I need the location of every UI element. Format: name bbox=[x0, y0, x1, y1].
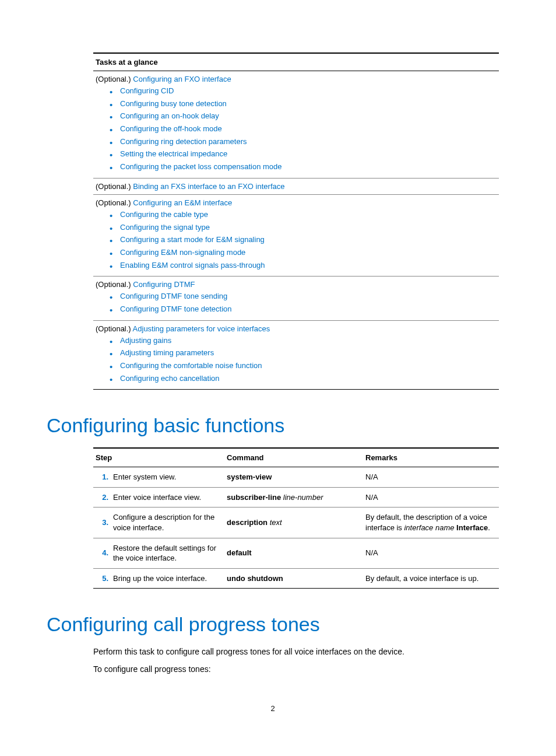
link-ring-detection[interactable]: Configuring ring detection parameters bbox=[120, 137, 247, 146]
link-electrical-impedance[interactable]: Setting the electrical impedance bbox=[120, 149, 227, 158]
tasks-header: Tasks at a glance bbox=[93, 53, 499, 71]
link-em-interface[interactable]: Configuring an E&M interface bbox=[133, 198, 232, 207]
link-dtmf-detection[interactable]: Configuring DTMF tone detection bbox=[120, 304, 231, 313]
link-adjusting-gains[interactable]: Adjusting gains bbox=[120, 336, 171, 345]
col-step: Step bbox=[93, 448, 224, 467]
col-command: Command bbox=[224, 448, 363, 467]
step-remarks: N/A bbox=[363, 467, 499, 488]
step-desc: Bring up the voice interface. bbox=[111, 568, 224, 589]
paragraph-lead: To configure call progress tones: bbox=[93, 664, 499, 676]
link-off-hook-mode[interactable]: Configuring the off-hook mode bbox=[120, 124, 222, 133]
col-remarks: Remarks bbox=[363, 448, 499, 467]
step-number: 5. bbox=[93, 568, 111, 589]
link-on-hook-delay[interactable]: Configuring an on-hook delay bbox=[120, 111, 219, 120]
table-row: 5. Bring up the voice interface. undo sh… bbox=[93, 568, 499, 589]
step-desc: Restore the default settings for the voi… bbox=[111, 538, 224, 568]
optional-label: (Optional.) bbox=[96, 182, 133, 191]
link-adjusting-params[interactable]: Adjusting parameters for voice interface… bbox=[133, 324, 270, 333]
step-command: description text bbox=[224, 508, 363, 538]
step-remarks: N/A bbox=[363, 538, 499, 568]
table-row: 1. Enter system view. system-view N/A bbox=[93, 467, 499, 488]
link-em-non-signaling[interactable]: Configuring E&M non-signaling mode bbox=[120, 248, 245, 257]
step-command: default bbox=[224, 538, 363, 568]
step-number: 2. bbox=[93, 487, 111, 508]
link-busy-tone[interactable]: Configuring busy tone detection bbox=[120, 99, 227, 108]
step-remarks: N/A bbox=[363, 487, 499, 508]
step-remarks: By default, the description of a voice i… bbox=[363, 508, 499, 538]
page-number: 2 bbox=[47, 704, 499, 713]
link-comfortable-noise[interactable]: Configuring the comfortable noise functi… bbox=[120, 361, 262, 370]
basic-functions-steps-table: Step Command Remarks 1. Enter system vie… bbox=[93, 447, 499, 589]
step-number: 4. bbox=[93, 538, 111, 568]
optional-label: (Optional.) bbox=[96, 198, 133, 207]
link-packet-loss[interactable]: Configuring the packet loss compensation… bbox=[120, 162, 282, 171]
link-cid[interactable]: Configuring CID bbox=[120, 86, 174, 95]
optional-label: (Optional.) bbox=[96, 280, 133, 289]
tasks-at-a-glance-table: Tasks at a glance (Optional.) Configurin… bbox=[93, 52, 499, 390]
optional-label: (Optional.) bbox=[96, 75, 133, 83]
step-command: system-view bbox=[224, 467, 363, 488]
step-desc: Enter system view. bbox=[111, 467, 224, 488]
link-cable-type[interactable]: Configuring the cable type bbox=[120, 210, 208, 219]
step-command: subscriber-line line-number bbox=[224, 487, 363, 508]
step-number: 3. bbox=[93, 508, 111, 538]
link-em-passthrough[interactable]: Enabling E&M control signals pass-throug… bbox=[120, 261, 265, 270]
link-signal-type[interactable]: Configuring the signal type bbox=[120, 223, 210, 232]
table-row: 3. Configure a description for the voice… bbox=[93, 508, 499, 538]
heading-basic-functions: Configuring basic functions bbox=[47, 414, 499, 437]
link-fxo-interface[interactable]: Configuring an FXO interface bbox=[133, 75, 231, 83]
link-binding-fxs-fxo[interactable]: Binding an FXS interface to an FXO inter… bbox=[133, 182, 284, 191]
paragraph-intro: Perform this task to configure call prog… bbox=[93, 646, 499, 658]
optional-label: (Optional.) bbox=[96, 324, 133, 333]
table-row: 4. Restore the default settings for the … bbox=[93, 538, 499, 568]
step-desc: Enter voice interface view. bbox=[111, 487, 224, 508]
link-dtmf-sending[interactable]: Configuring DTMF tone sending bbox=[120, 292, 227, 300]
heading-call-progress-tones: Configuring call progress tones bbox=[47, 613, 499, 636]
step-command: undo shutdown bbox=[224, 568, 363, 589]
table-row: 2. Enter voice interface view. subscribe… bbox=[93, 487, 499, 508]
step-remarks: By default, a voice interface is up. bbox=[363, 568, 499, 589]
link-adjusting-timing[interactable]: Adjusting timing parameters bbox=[120, 348, 214, 357]
link-dtmf[interactable]: Configuring DTMF bbox=[133, 280, 195, 289]
link-start-mode[interactable]: Configuring a start mode for E&M signali… bbox=[120, 235, 265, 244]
step-desc: Configure a description for the voice in… bbox=[111, 508, 224, 538]
link-echo-cancellation[interactable]: Configuring echo cancellation bbox=[120, 374, 220, 383]
step-number: 1. bbox=[93, 467, 111, 488]
